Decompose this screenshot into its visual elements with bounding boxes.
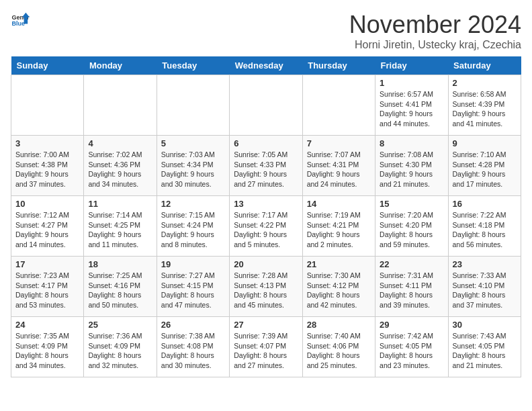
day-number: 21 [307, 259, 371, 269]
calendar-cell: 10Sunrise: 7:12 AM Sunset: 4:27 PM Dayli… [11, 196, 84, 257]
calendar-cell: 3Sunrise: 7:00 AM Sunset: 4:38 PM Daylig… [11, 136, 84, 196]
day-info: Sunrise: 7:07 AM Sunset: 4:31 PM Dayligh… [307, 150, 371, 189]
calendar-cell: 5Sunrise: 7:03 AM Sunset: 4:34 PM Daylig… [157, 136, 229, 196]
day-info: Sunrise: 7:27 AM Sunset: 4:15 PM Dayligh… [161, 271, 225, 310]
calendar-cell: 26Sunrise: 7:38 AM Sunset: 4:08 PM Dayli… [157, 317, 229, 377]
calendar-cell: 20Sunrise: 7:28 AM Sunset: 4:13 PM Dayli… [230, 257, 302, 317]
calendar-cell: 8Sunrise: 7:08 AM Sunset: 4:30 PM Daylig… [375, 136, 448, 196]
day-info: Sunrise: 7:00 AM Sunset: 4:38 PM Dayligh… [15, 150, 79, 189]
calendar-subtitle: Horni Jiretin, Ustecky kraj, Czechia [349, 39, 521, 51]
day-number: 23 [453, 259, 517, 269]
calendar-cell: 7Sunrise: 7:07 AM Sunset: 4:31 PM Daylig… [302, 136, 375, 196]
calendar-cell: 4Sunrise: 7:02 AM Sunset: 4:36 PM Daylig… [84, 136, 157, 196]
day-number: 16 [453, 199, 517, 209]
weekday-header: Wednesday [230, 56, 302, 75]
day-number: 13 [234, 199, 298, 209]
day-info: Sunrise: 7:28 AM Sunset: 4:13 PM Dayligh… [234, 271, 298, 310]
day-number: 12 [161, 199, 225, 209]
svg-text:Blue: Blue [11, 20, 25, 27]
day-info: Sunrise: 7:31 AM Sunset: 4:11 PM Dayligh… [380, 271, 443, 310]
day-number: 27 [234, 320, 298, 330]
calendar-cell: 11Sunrise: 7:14 AM Sunset: 4:25 PM Dayli… [84, 196, 157, 257]
calendar-week-row: 17Sunrise: 7:23 AM Sunset: 4:17 PM Dayli… [11, 257, 521, 317]
calendar-cell: 22Sunrise: 7:31 AM Sunset: 4:11 PM Dayli… [375, 257, 448, 317]
day-number: 11 [88, 199, 152, 209]
day-number: 22 [380, 259, 443, 269]
calendar-cell: 9Sunrise: 7:10 AM Sunset: 4:28 PM Daylig… [448, 136, 521, 196]
day-number: 18 [88, 259, 152, 269]
day-number: 8 [380, 138, 443, 148]
logo-icon: General Blue [11, 11, 30, 30]
day-number: 2 [453, 78, 517, 88]
day-number: 28 [307, 320, 371, 330]
day-info: Sunrise: 7:38 AM Sunset: 4:08 PM Dayligh… [161, 331, 225, 371]
day-number: 9 [453, 138, 517, 148]
day-number: 24 [15, 320, 79, 330]
calendar-cell: 18Sunrise: 7:25 AM Sunset: 4:16 PM Dayli… [84, 257, 157, 317]
calendar-title: November 2024 [349, 11, 521, 39]
day-number: 25 [88, 320, 152, 330]
calendar-cell: 12Sunrise: 7:15 AM Sunset: 4:24 PM Dayli… [157, 196, 229, 257]
day-info: Sunrise: 7:42 AM Sunset: 4:05 PM Dayligh… [380, 331, 443, 371]
logo: General Blue [11, 11, 30, 30]
day-info: Sunrise: 7:14 AM Sunset: 4:25 PM Dayligh… [88, 210, 152, 250]
weekday-header: Saturday [448, 56, 521, 75]
page-header: General Blue November 2024 Horni Jiretin… [11, 11, 521, 51]
calendar-cell: 24Sunrise: 7:35 AM Sunset: 4:09 PM Dayli… [11, 317, 84, 377]
day-number: 4 [88, 138, 152, 148]
calendar-cell: 27Sunrise: 7:39 AM Sunset: 4:07 PM Dayli… [230, 317, 302, 377]
calendar-cell: 17Sunrise: 7:23 AM Sunset: 4:17 PM Dayli… [11, 257, 84, 317]
title-section: November 2024 Horni Jiretin, Ustecky kra… [349, 11, 521, 51]
day-number: 19 [161, 259, 225, 269]
day-number: 1 [380, 78, 443, 88]
weekday-header: Friday [375, 56, 448, 75]
calendar-cell: 1Sunrise: 6:57 AM Sunset: 4:41 PM Daylig… [375, 75, 448, 136]
day-info: Sunrise: 7:23 AM Sunset: 4:17 PM Dayligh… [15, 271, 79, 310]
calendar-cell: 29Sunrise: 7:42 AM Sunset: 4:05 PM Dayli… [375, 317, 448, 377]
calendar-cell: 16Sunrise: 7:22 AM Sunset: 4:18 PM Dayli… [448, 196, 521, 257]
weekday-header: Tuesday [157, 56, 229, 75]
calendar-cell: 14Sunrise: 7:19 AM Sunset: 4:21 PM Dayli… [302, 196, 375, 257]
day-info: Sunrise: 7:15 AM Sunset: 4:24 PM Dayligh… [161, 210, 225, 250]
calendar-cell: 23Sunrise: 7:33 AM Sunset: 4:10 PM Dayli… [448, 257, 521, 317]
day-number: 3 [15, 138, 79, 148]
calendar-week-row: 10Sunrise: 7:12 AM Sunset: 4:27 PM Dayli… [11, 196, 521, 257]
calendar-cell: 25Sunrise: 7:36 AM Sunset: 4:09 PM Dayli… [84, 317, 157, 377]
calendar-cell [11, 75, 84, 136]
calendar-cell: 19Sunrise: 7:27 AM Sunset: 4:15 PM Dayli… [157, 257, 229, 317]
calendar-cell: 30Sunrise: 7:43 AM Sunset: 4:05 PM Dayli… [448, 317, 521, 377]
day-number: 14 [307, 199, 371, 209]
day-number: 26 [161, 320, 225, 330]
day-info: Sunrise: 7:43 AM Sunset: 4:05 PM Dayligh… [453, 331, 517, 371]
calendar-cell: 6Sunrise: 7:05 AM Sunset: 4:33 PM Daylig… [230, 136, 302, 196]
calendar-week-row: 24Sunrise: 7:35 AM Sunset: 4:09 PM Dayli… [11, 317, 521, 377]
day-number: 29 [380, 320, 443, 330]
weekday-header: Monday [84, 56, 157, 75]
calendar-table: SundayMondayTuesdayWednesdayThursdayFrid… [11, 56, 521, 377]
day-info: Sunrise: 7:40 AM Sunset: 4:06 PM Dayligh… [307, 331, 371, 371]
day-info: Sunrise: 7:03 AM Sunset: 4:34 PM Dayligh… [161, 150, 225, 189]
calendar-cell: 21Sunrise: 7:30 AM Sunset: 4:12 PM Dayli… [302, 257, 375, 317]
day-info: Sunrise: 7:25 AM Sunset: 4:16 PM Dayligh… [88, 271, 152, 310]
day-info: Sunrise: 7:17 AM Sunset: 4:22 PM Dayligh… [234, 210, 298, 250]
weekday-header: Sunday [11, 56, 84, 75]
day-info: Sunrise: 7:35 AM Sunset: 4:09 PM Dayligh… [15, 331, 79, 371]
calendar-cell [157, 75, 229, 136]
day-info: Sunrise: 7:08 AM Sunset: 4:30 PM Dayligh… [380, 150, 443, 189]
day-info: Sunrise: 7:12 AM Sunset: 4:27 PM Dayligh… [15, 210, 79, 250]
day-number: 20 [234, 259, 298, 269]
calendar-week-row: 1Sunrise: 6:57 AM Sunset: 4:41 PM Daylig… [11, 75, 521, 136]
calendar-cell [230, 75, 302, 136]
calendar-cell [302, 75, 375, 136]
calendar-cell: 13Sunrise: 7:17 AM Sunset: 4:22 PM Dayli… [230, 196, 302, 257]
day-info: Sunrise: 7:22 AM Sunset: 4:18 PM Dayligh… [453, 210, 517, 250]
day-number: 17 [15, 259, 79, 269]
day-number: 5 [161, 138, 225, 148]
day-number: 6 [234, 138, 298, 148]
calendar-week-row: 3Sunrise: 7:00 AM Sunset: 4:38 PM Daylig… [11, 136, 521, 196]
day-info: Sunrise: 6:57 AM Sunset: 4:41 PM Dayligh… [380, 89, 443, 129]
day-number: 15 [380, 199, 443, 209]
day-info: Sunrise: 7:19 AM Sunset: 4:21 PM Dayligh… [307, 210, 371, 250]
day-number: 30 [453, 320, 517, 330]
day-number: 7 [307, 138, 371, 148]
